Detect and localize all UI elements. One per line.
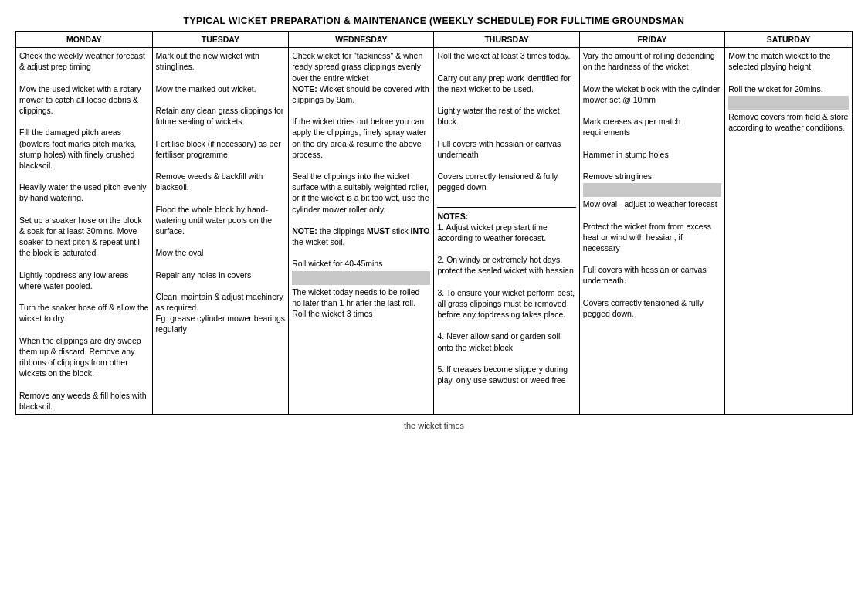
footer: the wicket times xyxy=(15,421,853,430)
friday-cell: Vary the amount of rolling depending on … xyxy=(579,48,724,415)
saturday-cell: Mow the match wicket to the selected pla… xyxy=(725,48,853,415)
header-saturday: SATURDAY xyxy=(725,32,853,48)
header-tuesday: TUESDAY xyxy=(152,32,289,48)
header-monday: MONDAY xyxy=(16,32,153,48)
wednesday-cell: Check wicket for "tackiness" & when read… xyxy=(289,48,434,415)
thursday-cell: Roll the wicket at least 3 times today. … xyxy=(434,48,579,415)
header-friday: FRIDAY xyxy=(579,32,724,48)
monday-cell: Check the weekly weather forecast & adju… xyxy=(16,48,153,415)
tuesday-cell: Mark out the new wicket with stringlines… xyxy=(152,48,289,415)
header-thursday: THURSDAY xyxy=(434,32,579,48)
header-wednesday: WEDNESDAY xyxy=(289,32,434,48)
page-title: TYPICAL WICKET PREPARATION & MAINTENANCE… xyxy=(15,15,853,26)
